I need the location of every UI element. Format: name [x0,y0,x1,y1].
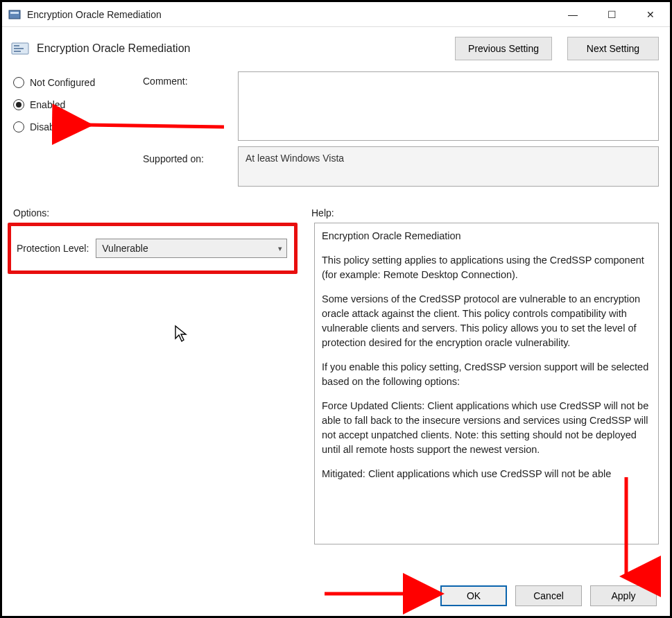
minimize-button[interactable]: — [553,2,592,27]
comment-label: Comment: [143,71,230,87]
previous-setting-button[interactable]: Previous Setting [455,37,552,60]
policy-icon [10,41,30,56]
window-title: Encryption Oracle Remediation [27,9,162,20]
radio-label: Enabled [30,99,65,110]
help-label: Help: [311,207,659,218]
cancel-button[interactable]: Cancel [515,585,582,606]
svg-rect-3 [14,45,19,46]
radio-label: Disabled [30,121,67,132]
radio-icon [13,77,24,88]
help-title: Encryption Oracle Remediation [322,229,651,243]
radio-disabled[interactable]: Disabled [13,121,135,132]
svg-rect-1 [10,12,19,14]
radio-enabled[interactable]: Enabled [13,99,135,110]
state-radio-group: Not Configured Enabled Disabled [13,71,135,132]
dialog-button-bar: OK Cancel Apply [4,578,668,612]
maximize-button[interactable]: ☐ [592,2,631,27]
titlebar: Encryption Oracle Remediation — ☐ ✕ [2,2,670,27]
help-pane[interactable]: Encryption Oracle Remediation This polic… [314,223,659,544]
protection-level-dropdown[interactable]: Vulnerable ▾ [96,239,287,258]
chevron-down-icon: ▾ [278,244,282,253]
radio-not-configured[interactable]: Not Configured [13,77,135,88]
help-text: This policy setting applies to applicati… [322,253,651,282]
apply-button[interactable]: Apply [590,585,657,606]
policy-header: Encryption Oracle Remediation Previous S… [2,27,670,69]
svg-rect-5 [14,51,21,52]
next-setting-button[interactable]: Next Setting [567,37,659,60]
supported-on-label: Supported on: [143,146,230,164]
lower-panel: Protection Level: Vulnerable ▾ Encryptio… [2,223,670,544]
svg-rect-4 [14,48,24,49]
upper-panel: Not Configured Enabled Disabled Comment:… [2,69,670,198]
protection-level-label: Protection Level: [17,243,89,254]
section-labels: Options: Help: [2,198,670,223]
help-text: Mitigated: Client applications which use… [322,467,651,481]
svg-rect-0 [9,10,20,19]
policy-title: Encryption Oracle Remediation [37,42,190,55]
radio-icon [13,99,24,110]
radio-icon [13,121,24,132]
help-text: Some versions of the CredSSP protocol ar… [322,292,651,350]
options-pane: Protection Level: Vulnerable ▾ [8,223,302,544]
options-label: Options: [13,207,311,218]
help-text: Force Updated Clients: Client applicatio… [322,399,651,457]
ok-button[interactable]: OK [440,585,507,606]
comment-textarea[interactable] [238,71,659,141]
app-icon [8,8,21,22]
close-button[interactable]: ✕ [631,2,670,27]
help-text: If you enable this policy setting, CredS… [322,360,651,389]
protection-level-row: Protection Level: Vulnerable ▾ [8,223,298,274]
dropdown-value: Vulnerable [102,243,148,254]
supported-on-value: At least Windows Vista [238,146,659,187]
radio-label: Not Configured [30,77,95,88]
